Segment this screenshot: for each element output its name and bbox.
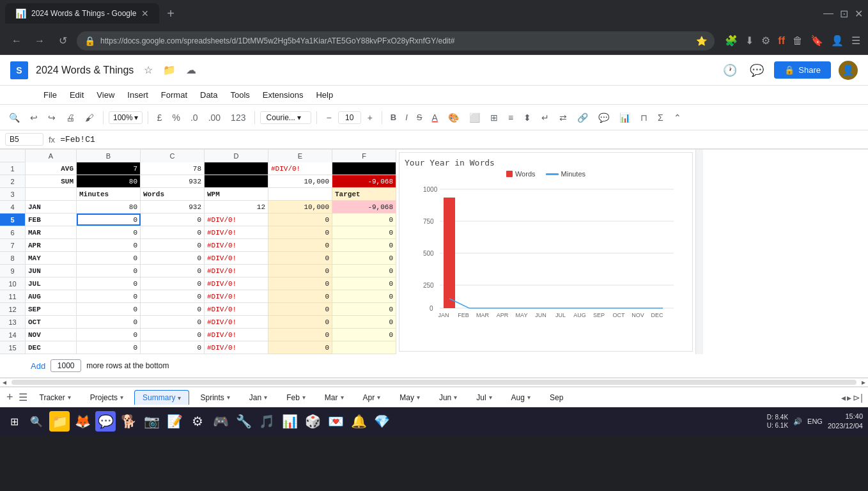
cell-e7[interactable]: 0 [268, 239, 332, 251]
sheet-tab-feb[interactable]: Feb ▾ [278, 390, 314, 405]
rtl-button[interactable]: ⇄ [555, 110, 571, 125]
cell-a8[interactable]: MAY [26, 252, 77, 264]
decimal-dec-button[interactable]: .0 [187, 110, 202, 125]
cell-b4[interactable]: 80 [77, 201, 141, 213]
valign-button[interactable]: ⬍ [520, 110, 535, 125]
cell-c4[interactable]: 932 [141, 201, 205, 213]
italic-button[interactable]: I [402, 111, 411, 124]
cell-c14[interactable]: 0 [141, 329, 205, 341]
menu-tools[interactable]: Tools [225, 88, 254, 102]
cell-a12[interactable]: SEP [26, 303, 77, 315]
cell-c13[interactable]: 0 [141, 316, 205, 328]
cell-d7[interactable]: #DIV/0! [205, 239, 268, 251]
font-name-selector[interactable]: Courie... ▾ [260, 111, 311, 124]
cell-f3[interactable]: Target [332, 188, 396, 200]
address-bar[interactable]: 🔒 https://docs.google.com/spreadsheets/d… [77, 31, 715, 51]
settings-icon[interactable]: ⚙ [761, 35, 770, 47]
cell-b2[interactable]: 80 [77, 175, 141, 187]
cell-c6[interactable]: 0 [141, 226, 205, 238]
clock-date[interactable]: 15:40 2023/12/04 [828, 412, 863, 432]
col-header-a[interactable]: A [26, 150, 77, 162]
close-button[interactable]: ✕ [855, 8, 863, 20]
menu-edit[interactable]: Edit [65, 88, 89, 102]
user-avatar[interactable]: 👤 [839, 61, 858, 80]
cloud-icon[interactable]: ☁ [183, 61, 199, 79]
cell-d11[interactable]: #DIV/0! [205, 290, 268, 302]
taskbar-misc10-icon[interactable]: 🔔 [348, 411, 369, 432]
wrap-button[interactable]: ↵ [538, 110, 553, 125]
cell-e5[interactable]: 0 [268, 214, 332, 226]
cell-c15[interactable]: 0 [141, 341, 205, 354]
extensions-icon[interactable]: 🧩 [725, 35, 738, 47]
cell-e13[interactable]: 0 [268, 316, 332, 328]
cell-d12[interactable]: #DIV/0! [205, 303, 268, 315]
zoom-control[interactable]: 100% ▾ [109, 111, 143, 124]
scroll-right-icon[interactable]: ▸ [859, 378, 868, 387]
cell-c1[interactable]: 78 [141, 162, 205, 175]
taskbar-explorer-icon[interactable]: 📁 [49, 411, 70, 432]
cell-f15[interactable] [332, 341, 396, 354]
tab-nav-prev-button[interactable]: ◂ [841, 393, 846, 403]
cell-e9[interactable]: 0 [268, 265, 332, 277]
sheet-menu-button[interactable]: ☰ [17, 390, 29, 405]
start-button[interactable]: ⊞ [5, 413, 24, 430]
sheet-tab-tracker[interactable]: Tracker ▾ [31, 390, 79, 405]
taskbar-misc3-icon[interactable]: ⚙ [187, 411, 208, 432]
star-icon[interactable]: ☆ [141, 61, 155, 79]
forward-button[interactable]: → [31, 35, 49, 47]
taskbar-misc9-icon[interactable]: 💌 [325, 411, 346, 432]
menu-help[interactable]: Help [311, 88, 338, 102]
cell-b14[interactable]: 0 [77, 329, 141, 341]
cell-a10[interactable]: JUL [26, 277, 77, 290]
sheet-tab-mar[interactable]: Mar ▾ [316, 390, 352, 405]
menu-view[interactable]: View [91, 88, 120, 102]
cell-d13[interactable]: #DIV/0! [205, 316, 268, 328]
cell-d1[interactable] [205, 162, 268, 175]
cell-e10[interactable]: 0 [268, 277, 332, 290]
cell-c5[interactable]: 0 [141, 214, 205, 226]
fill-color-button[interactable]: 🎨 [444, 110, 463, 125]
minimize-button[interactable]: — [823, 8, 833, 19]
taskbar-misc5-icon[interactable]: 🔧 [233, 411, 254, 432]
cell-e1[interactable]: #DIV/0! [268, 162, 332, 175]
cell-e11[interactable]: 0 [268, 290, 332, 302]
font-size-input[interactable]: 10 [338, 111, 361, 124]
cell-d3[interactable]: WPM [205, 188, 268, 200]
col-header-d[interactable]: D [205, 150, 268, 162]
restore-button[interactable]: ⊡ [840, 8, 848, 20]
cell-f12[interactable]: 0 [332, 303, 396, 315]
cell-e3[interactable] [268, 188, 332, 200]
cell-f6[interactable]: 0 [332, 226, 396, 238]
undo-button[interactable]: ↩ [26, 110, 42, 125]
taskbar-misc4-icon[interactable]: 🎮 [210, 411, 231, 432]
comment-icon[interactable]: 💬 [747, 61, 766, 80]
cell-b12[interactable]: 0 [77, 303, 141, 315]
merge-button[interactable]: ⊞ [486, 110, 502, 125]
sheet-tab-jul[interactable]: Jul ▾ [468, 390, 500, 405]
vertical-scrollbar[interactable] [695, 150, 703, 354]
add-count-input[interactable] [50, 359, 81, 372]
currency-button[interactable]: £ [153, 110, 166, 125]
col-header-c[interactable]: C [141, 150, 205, 162]
cell-f2[interactable]: -9,068 [332, 175, 396, 187]
font-size-increase[interactable]: + [364, 110, 376, 125]
active-tab[interactable]: 📊 2024 Words & Things - Google ✕ [5, 3, 159, 24]
sheet-tab-aug[interactable]: Aug ▾ [503, 390, 539, 405]
tab-close-icon[interactable]: ✕ [141, 8, 149, 19]
cell-a5[interactable]: FEB [26, 214, 77, 226]
formula-button[interactable]: Σ [654, 110, 667, 125]
cell-b7[interactable]: 0 [77, 239, 141, 251]
menu-insert[interactable]: Insert [122, 88, 153, 102]
taskbar-discord-icon[interactable]: 💬 [95, 411, 116, 432]
sound-icon[interactable]: 🔊 [793, 417, 802, 426]
taskbar-misc1-icon[interactable]: 📷 [141, 411, 162, 432]
link-button[interactable]: 🔗 [573, 110, 592, 125]
cell-e6[interactable]: 0 [268, 226, 332, 238]
doc-title[interactable]: 2024 Words & Things [36, 65, 134, 76]
taskbar-gimp-icon[interactable]: 🐕 [118, 411, 139, 432]
cell-e2[interactable]: 10,000 [268, 175, 332, 187]
share-button[interactable]: 🔒 Share [774, 61, 831, 79]
add-rows-button[interactable]: Add [31, 361, 45, 371]
cell-b9[interactable]: 0 [77, 265, 141, 277]
cell-d5[interactable]: #DIV/0! [205, 214, 268, 226]
